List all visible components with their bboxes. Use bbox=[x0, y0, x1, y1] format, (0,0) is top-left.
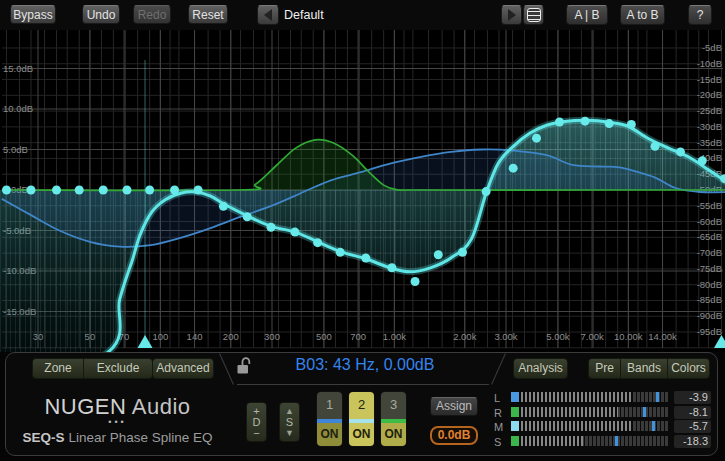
svg-text:5.00k: 5.00k bbox=[546, 331, 569, 342]
assign-button[interactable]: Assign bbox=[430, 397, 478, 416]
band-group-number[interactable]: 1 bbox=[317, 392, 342, 419]
plus-icon: + bbox=[247, 405, 266, 416]
eq-node[interactable] bbox=[627, 120, 636, 129]
eq-node[interactable] bbox=[99, 186, 108, 195]
svg-text:-5dB: -5dB bbox=[702, 42, 722, 53]
eq-node[interactable] bbox=[313, 238, 322, 247]
bypass-button[interactable]: Bypass bbox=[10, 5, 56, 24]
meter-bar bbox=[521, 436, 668, 446]
zone-button[interactable]: Zone bbox=[32, 358, 83, 379]
eq-node[interactable] bbox=[698, 156, 707, 165]
svg-text:-20dB: -20dB bbox=[697, 89, 722, 100]
band-group-number[interactable]: 2 bbox=[349, 392, 374, 419]
eq-node[interactable] bbox=[434, 250, 443, 259]
eq-node[interactable] bbox=[387, 263, 396, 272]
a-to-b-button[interactable]: A to B bbox=[620, 5, 665, 25]
svg-text:15.0dB: 15.0dB bbox=[3, 63, 33, 74]
eq-node[interactable] bbox=[482, 187, 491, 196]
d-label: D bbox=[247, 416, 266, 427]
svg-text:300: 300 bbox=[264, 331, 280, 342]
s-label: S bbox=[280, 416, 299, 427]
svg-text:-25dB: -25dB bbox=[697, 105, 722, 116]
preset-menu-button[interactable] bbox=[523, 5, 544, 25]
svg-text:10.00k: 10.00k bbox=[614, 331, 643, 342]
eq-node[interactable] bbox=[194, 186, 203, 195]
eq-node[interactable] bbox=[243, 212, 252, 221]
eq-node[interactable] bbox=[581, 117, 590, 126]
pre-button[interactable]: Pre bbox=[588, 358, 620, 379]
svg-text:10.0dB: 10.0dB bbox=[3, 103, 33, 114]
eq-node[interactable] bbox=[145, 186, 154, 195]
eq-node[interactable] bbox=[122, 186, 131, 195]
delta-solo-button[interactable]: + D − bbox=[246, 402, 267, 442]
eq-node[interactable] bbox=[290, 228, 299, 237]
eq-node[interactable] bbox=[651, 142, 660, 151]
meter-channel-chip bbox=[511, 407, 519, 417]
ab-compare-button[interactable]: A | B bbox=[566, 5, 608, 25]
eq-node[interactable] bbox=[605, 119, 614, 128]
logo-dots: ••• bbox=[0, 417, 235, 427]
eq-node[interactable] bbox=[26, 186, 35, 195]
eq-node[interactable] bbox=[509, 164, 518, 173]
low-frequency-marker[interactable] bbox=[138, 335, 153, 348]
eq-node[interactable] bbox=[2, 186, 11, 195]
band-group-1-button[interactable]: 1ON bbox=[316, 391, 343, 447]
undo-button[interactable]: Undo bbox=[82, 5, 120, 24]
svg-text:-80dB: -80dB bbox=[697, 279, 722, 290]
band-group-2-button[interactable]: 2ON bbox=[348, 391, 375, 447]
band-on-toggle[interactable]: ON bbox=[349, 423, 374, 446]
previous-preset-button[interactable] bbox=[257, 5, 279, 25]
eq-display[interactable]: 15.0dB10.0dB5.0dB0.0dB-5.0dB-10.0dB-15.0… bbox=[0, 30, 725, 352]
svg-text:140: 140 bbox=[187, 331, 203, 342]
meter-bar bbox=[521, 407, 668, 417]
eq-node[interactable] bbox=[219, 202, 228, 211]
band-group-3-button[interactable]: 3ON bbox=[380, 391, 407, 447]
svg-text:14.00k: 14.00k bbox=[648, 331, 677, 342]
product-seqs: SEQ-S bbox=[22, 430, 64, 445]
eq-node[interactable] bbox=[458, 248, 467, 257]
brand-nugen: NUGEN bbox=[44, 394, 126, 419]
preset-name[interactable]: Default bbox=[284, 8, 324, 22]
bands-button[interactable]: Bands bbox=[620, 358, 667, 379]
help-button[interactable]: ? bbox=[688, 5, 712, 25]
svg-text:-75dB: -75dB bbox=[697, 263, 722, 274]
meter-channel-chip bbox=[511, 421, 519, 431]
lock-icon[interactable] bbox=[236, 356, 251, 376]
trim-display[interactable]: 0.0dB bbox=[430, 426, 478, 445]
eq-node[interactable] bbox=[75, 186, 84, 195]
right-arrow-icon bbox=[508, 9, 516, 21]
eq-graph-area[interactable]: 15.0dB10.0dB5.0dB0.0dB-5.0dB-10.0dB-15.0… bbox=[0, 30, 725, 352]
meter-peak-marker bbox=[643, 407, 646, 417]
band-on-toggle[interactable]: ON bbox=[381, 423, 406, 446]
meter-bar bbox=[521, 421, 668, 431]
eq-node[interactable] bbox=[266, 223, 275, 232]
meter-label: S bbox=[494, 436, 506, 448]
eq-node[interactable] bbox=[676, 147, 685, 156]
product-desc: Linear Phase Spline EQ bbox=[68, 430, 212, 445]
svg-text:5.0dB: 5.0dB bbox=[3, 144, 28, 155]
colors-button[interactable]: Colors bbox=[667, 358, 710, 379]
advanced-button[interactable]: Advanced bbox=[152, 358, 214, 379]
meter-label: R bbox=[494, 407, 506, 419]
next-preset-button[interactable] bbox=[501, 5, 522, 25]
eq-node[interactable] bbox=[52, 186, 61, 195]
exclude-button[interactable]: Exclude bbox=[83, 358, 153, 379]
minus-icon: − bbox=[247, 427, 266, 438]
band-on-toggle[interactable]: ON bbox=[317, 423, 342, 446]
up-arrow-icon: ▲ bbox=[280, 405, 299, 416]
eq-node[interactable] bbox=[555, 117, 564, 126]
meter-channel-chip bbox=[511, 436, 519, 446]
reset-button[interactable]: Reset bbox=[188, 5, 228, 24]
svg-text:-65dB: -65dB bbox=[697, 231, 722, 242]
redo-button[interactable]: Redo bbox=[133, 5, 171, 24]
eq-node[interactable] bbox=[532, 134, 541, 143]
eq-node[interactable] bbox=[170, 186, 179, 195]
band-group-number[interactable]: 3 bbox=[381, 392, 406, 419]
eq-node[interactable] bbox=[361, 254, 370, 263]
spline-stepper-button[interactable]: ▲ S ▼ bbox=[279, 402, 300, 442]
eq-node[interactable] bbox=[411, 277, 420, 286]
analysis-button[interactable]: Analysis bbox=[513, 358, 568, 379]
left-arrow-icon bbox=[264, 9, 272, 21]
svg-text:700: 700 bbox=[350, 331, 366, 342]
eq-node[interactable] bbox=[336, 248, 345, 257]
